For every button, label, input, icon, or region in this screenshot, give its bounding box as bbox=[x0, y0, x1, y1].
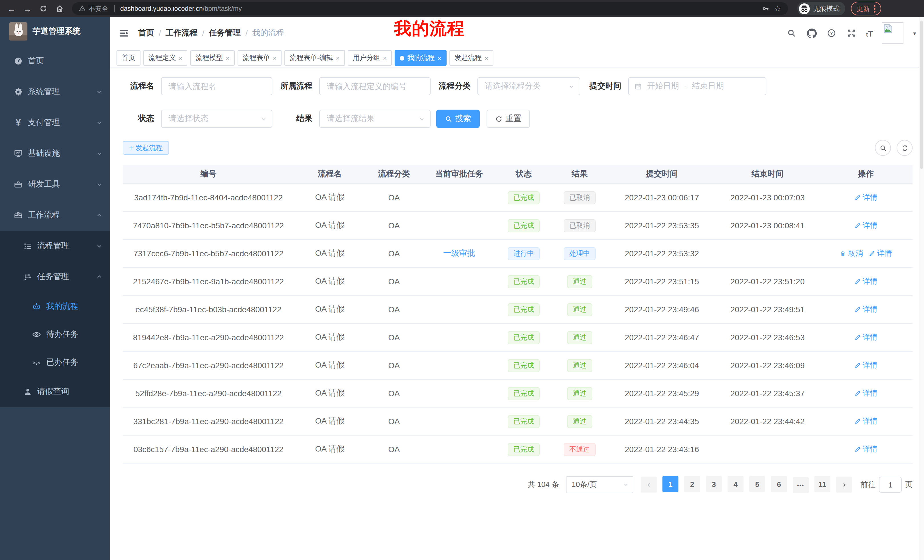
detail-action-link[interactable]: 详情 bbox=[854, 416, 878, 427]
close-icon[interactable]: × bbox=[273, 54, 277, 61]
avatar[interactable] bbox=[882, 22, 903, 44]
result-cell: 通过 bbox=[552, 351, 608, 379]
prev-page-button[interactable] bbox=[641, 477, 657, 493]
breadcrumb-home[interactable]: 首页 bbox=[138, 28, 154, 38]
close-icon[interactable]: × bbox=[484, 54, 488, 61]
hamburger-icon[interactable] bbox=[118, 27, 130, 39]
close-icon[interactable]: × bbox=[226, 54, 230, 61]
tab-process-definition[interactable]: 流程定义× bbox=[143, 50, 188, 66]
approval-task-link[interactable]: 一级审批 bbox=[443, 248, 475, 258]
tab-start-process[interactable]: 发起流程× bbox=[449, 50, 494, 66]
sidebar-item-payment[interactable]: ¥ 支付管理 bbox=[0, 107, 110, 138]
update-button[interactable]: 更新 bbox=[851, 2, 881, 15]
breadcrumb-workflow[interactable]: 工作流程 bbox=[166, 28, 198, 38]
sidebar-item-system[interactable]: 系统管理 bbox=[0, 76, 110, 107]
close-icon[interactable]: × bbox=[438, 54, 441, 61]
next-page-button[interactable] bbox=[836, 477, 852, 493]
detail-action-link[interactable]: 详情 bbox=[854, 388, 878, 398]
col-category: 流程分类 bbox=[366, 165, 423, 184]
tab-process-form-edit[interactable]: 流程表单-编辑× bbox=[285, 50, 345, 66]
sidebar-item-infra[interactable]: 基础设施 bbox=[0, 138, 110, 169]
result-cell: 不通过 bbox=[552, 435, 608, 463]
detail-action-link[interactable]: 详情 bbox=[868, 248, 892, 259]
tab-user-group[interactable]: 用户分组× bbox=[348, 50, 392, 66]
sidebar-item-task-mgmt[interactable]: 任务管理 bbox=[0, 262, 110, 292]
submit-time-cell: 2022-01-22 23:49:46 bbox=[608, 295, 716, 323]
page-button-2[interactable]: 2 bbox=[684, 476, 700, 493]
home-icon[interactable] bbox=[52, 2, 66, 15]
more-pages-button[interactable]: ••• bbox=[793, 477, 808, 493]
tab-process-form[interactable]: 流程表单× bbox=[238, 50, 282, 66]
fullscreen-icon[interactable] bbox=[846, 27, 858, 39]
security-status[interactable]: 不安全 bbox=[79, 4, 108, 13]
github-icon[interactable] bbox=[806, 27, 818, 39]
breadcrumb-task-mgmt[interactable]: 任务管理 bbox=[209, 28, 241, 38]
sidebar-item-process-mgmt[interactable]: 流程管理 bbox=[0, 231, 110, 262]
detail-action-link[interactable]: 详情 bbox=[854, 360, 878, 370]
category-select[interactable]: 请选择流程分类 bbox=[477, 77, 580, 95]
close-icon[interactable]: × bbox=[336, 54, 340, 61]
sidebar-item-my-process[interactable]: 我的流程 bbox=[0, 292, 110, 320]
close-icon[interactable]: × bbox=[383, 54, 387, 61]
detail-action-link[interactable]: 详情 bbox=[854, 220, 878, 231]
process-name-input[interactable] bbox=[161, 77, 272, 95]
status-select[interactable]: 请选择状态 bbox=[161, 109, 272, 128]
page-button-6[interactable]: 6 bbox=[771, 476, 787, 493]
page-button-1[interactable]: 1 bbox=[663, 476, 678, 493]
user-icon bbox=[23, 387, 32, 396]
page-scrollbar[interactable] bbox=[919, 17, 924, 560]
close-icon[interactable]: × bbox=[179, 54, 183, 61]
star-icon[interactable]: ☆ bbox=[774, 4, 781, 13]
key-icon[interactable] bbox=[762, 4, 770, 13]
detail-action-link[interactable]: 详情 bbox=[854, 444, 878, 454]
reset-button[interactable]: 重置 bbox=[486, 109, 530, 128]
sidebar-item-home[interactable]: 首页 bbox=[0, 46, 110, 76]
result-badge: 不通过 bbox=[564, 443, 596, 456]
search-icon[interactable] bbox=[786, 27, 798, 39]
detail-action-link[interactable]: 详情 bbox=[854, 276, 878, 287]
sidebar-item-done-tasks[interactable]: 已办任务 bbox=[0, 348, 110, 376]
page-button-11[interactable]: 11 bbox=[814, 476, 830, 493]
sidebar-item-devtools[interactable]: 研发工具 bbox=[0, 169, 110, 200]
parent-process-input[interactable] bbox=[319, 77, 430, 95]
process-category-cell: OA bbox=[366, 295, 423, 323]
app-logo[interactable]: 芋道管理系统 bbox=[0, 17, 110, 46]
detail-action-link[interactable]: 详情 bbox=[854, 332, 878, 343]
page-button-3[interactable]: 3 bbox=[706, 476, 722, 493]
tab-home[interactable]: 首页 bbox=[117, 50, 141, 66]
toggle-search-button[interactable] bbox=[875, 140, 891, 156]
tab-process-model[interactable]: 流程模型× bbox=[190, 50, 235, 66]
sidebar-item-todo-tasks[interactable]: 待办任务 bbox=[0, 320, 110, 348]
sidebar-item-leave-query[interactable]: 请假查询 bbox=[0, 376, 110, 407]
page-button-4[interactable]: 4 bbox=[728, 476, 744, 493]
refresh-table-button[interactable] bbox=[897, 140, 913, 156]
page-content: 流程名 所属流程 流程分类 请选择流程分类 bbox=[110, 67, 924, 493]
result-select[interactable]: 请选择流结果 bbox=[319, 109, 430, 128]
help-icon[interactable]: ? bbox=[826, 27, 837, 39]
submit-time-range-picker[interactable]: 开始日期 - 结束日期 bbox=[628, 77, 766, 95]
detail-action-link[interactable]: 详情 bbox=[854, 304, 878, 314]
filter-row-2: 状态 请选择状态 结果 请选择流结果 bbox=[123, 109, 913, 128]
scrollbar-thumb[interactable] bbox=[920, 21, 923, 169]
page-button-5[interactable]: 5 bbox=[749, 476, 765, 493]
reload-icon[interactable] bbox=[36, 2, 50, 15]
page-size-select[interactable]: 10条/页 bbox=[566, 476, 633, 493]
goto-page-input[interactable] bbox=[879, 477, 902, 493]
font-size-icon[interactable]: tT bbox=[866, 28, 873, 38]
caret-down-icon[interactable]: ▾ bbox=[913, 30, 916, 36]
search-button[interactable]: 搜索 bbox=[436, 109, 480, 128]
create-process-button[interactable]: + 发起流程 bbox=[123, 141, 169, 155]
process-name-cell: OA 请假 bbox=[294, 379, 366, 407]
result-cell: 通过 bbox=[552, 267, 608, 295]
cancel-action-link[interactable]: 取消 bbox=[840, 248, 863, 259]
back-icon[interactable]: ← bbox=[4, 2, 18, 15]
forward-icon[interactable]: → bbox=[21, 2, 34, 15]
tab-my-process[interactable]: 我的流程× bbox=[394, 50, 446, 66]
result-badge: 处理中 bbox=[564, 247, 596, 260]
current-task-cell bbox=[423, 435, 496, 463]
refresh-icon bbox=[901, 144, 908, 151]
sidebar-item-workflow[interactable]: 工作流程 bbox=[0, 200, 110, 231]
chevron-down-icon bbox=[96, 150, 103, 157]
address-bar[interactable]: 不安全 dashboard.yudao.iocoder.cn/bpm/task/… bbox=[72, 2, 788, 15]
detail-action-link[interactable]: 详情 bbox=[854, 192, 878, 203]
